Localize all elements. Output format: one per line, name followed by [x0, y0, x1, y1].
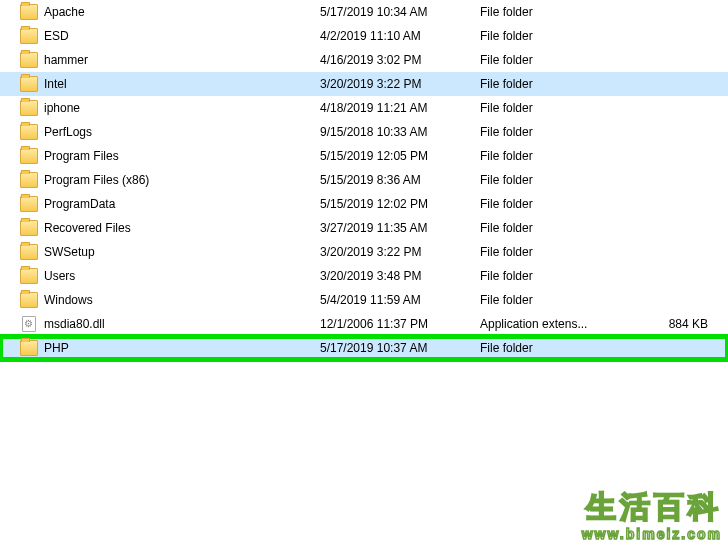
file-row[interactable]: Users3/20/2019 3:48 PMFile folder [0, 264, 728, 288]
folder-icon [20, 196, 38, 212]
cell-type: File folder [480, 293, 650, 307]
cell-name: iphone [0, 100, 320, 116]
cell-name: Users [0, 268, 320, 284]
dll-file-icon [22, 316, 36, 332]
file-name-label: Program Files [44, 149, 119, 163]
folder-icon [20, 100, 38, 116]
folder-icon [20, 52, 38, 68]
cell-date: 5/4/2019 11:59 AM [320, 293, 480, 307]
cell-date: 5/15/2019 12:05 PM [320, 149, 480, 163]
file-row[interactable]: SWSetup3/20/2019 3:22 PMFile folder [0, 240, 728, 264]
cell-date: 5/15/2019 12:02 PM [320, 197, 480, 211]
cell-date: 4/18/2019 11:21 AM [320, 101, 480, 115]
folder-icon [20, 28, 38, 44]
file-name-label: hammer [44, 53, 88, 67]
cell-date: 3/20/2019 3:22 PM [320, 77, 480, 91]
file-row[interactable]: Apache5/17/2019 10:34 AMFile folder [0, 0, 728, 24]
cell-type: File folder [480, 245, 650, 259]
file-row[interactable]: Recovered Files3/27/2019 11:35 AMFile fo… [0, 216, 728, 240]
file-row[interactable]: Intel3/20/2019 3:22 PMFile folder [0, 72, 728, 96]
file-name-label: PerfLogs [44, 125, 92, 139]
file-name-label: ProgramData [44, 197, 115, 211]
file-name-label: Apache [44, 5, 85, 19]
cell-type: File folder [480, 173, 650, 187]
cell-type: File folder [480, 53, 650, 67]
file-name-label: iphone [44, 101, 80, 115]
cell-date: 12/1/2006 11:37 PM [320, 317, 480, 331]
cell-name: Program Files [0, 148, 320, 164]
cell-type: File folder [480, 125, 650, 139]
cell-name: hammer [0, 52, 320, 68]
cell-date: 5/15/2019 8:36 AM [320, 173, 480, 187]
cell-type: File folder [480, 29, 650, 43]
file-name-label: msdia80.dll [44, 317, 105, 331]
file-row[interactable]: ProgramData5/15/2019 12:02 PMFile folder [0, 192, 728, 216]
folder-icon [20, 244, 38, 260]
folder-icon [20, 268, 38, 284]
file-row[interactable]: Program Files (x86)5/15/2019 8:36 AMFile… [0, 168, 728, 192]
cell-date: 3/20/2019 3:22 PM [320, 245, 480, 259]
cell-date: 3/27/2019 11:35 AM [320, 221, 480, 235]
file-name-label: ESD [44, 29, 69, 43]
file-row[interactable]: msdia80.dll12/1/2006 11:37 PMApplication… [0, 312, 728, 336]
cell-date: 5/17/2019 10:34 AM [320, 5, 480, 19]
cell-name: SWSetup [0, 244, 320, 260]
file-name-label: PHP [44, 341, 69, 355]
folder-icon [20, 340, 38, 356]
cell-type: Application extens... [480, 317, 650, 331]
file-name-label: Recovered Files [44, 221, 131, 235]
folder-icon [20, 220, 38, 236]
cell-type: File folder [480, 269, 650, 283]
cell-name: PerfLogs [0, 124, 320, 140]
file-row[interactable]: ESD4/2/2019 11:10 AMFile folder [0, 24, 728, 48]
cell-date: 4/2/2019 11:10 AM [320, 29, 480, 43]
folder-icon [20, 292, 38, 308]
file-name-label: Intel [44, 77, 67, 91]
file-name-label: SWSetup [44, 245, 95, 259]
cell-type: File folder [480, 77, 650, 91]
cell-date: 9/15/2018 10:33 AM [320, 125, 480, 139]
file-row[interactable]: iphone4/18/2019 11:21 AMFile folder [0, 96, 728, 120]
cell-size: 884 KB [650, 317, 708, 331]
cell-name: Recovered Files [0, 220, 320, 236]
cell-name: PHP [0, 340, 320, 356]
folder-icon [20, 76, 38, 92]
file-name-label: Windows [44, 293, 93, 307]
watermark: 生活百科 www.bimeiz.com [582, 487, 722, 542]
cell-type: File folder [480, 5, 650, 19]
folder-icon [20, 172, 38, 188]
folder-icon [20, 148, 38, 164]
file-row[interactable]: Windows5/4/2019 11:59 AMFile folder [0, 288, 728, 312]
file-row[interactable]: hammer4/16/2019 3:02 PMFile folder [0, 48, 728, 72]
cell-date: 5/17/2019 10:37 AM [320, 341, 480, 355]
folder-icon [20, 4, 38, 20]
file-row[interactable]: PerfLogs9/15/2018 10:33 AMFile folder [0, 120, 728, 144]
file-list: Apache5/17/2019 10:34 AMFile folderESD4/… [0, 0, 728, 360]
cell-type: File folder [480, 197, 650, 211]
file-row[interactable]: Program Files5/15/2019 12:05 PMFile fold… [0, 144, 728, 168]
cell-type: File folder [480, 149, 650, 163]
cell-name: Program Files (x86) [0, 172, 320, 188]
file-name-label: Users [44, 269, 75, 283]
cell-name: Intel [0, 76, 320, 92]
folder-icon [20, 124, 38, 140]
cell-date: 4/16/2019 3:02 PM [320, 53, 480, 67]
cell-type: File folder [480, 221, 650, 235]
cell-name: ProgramData [0, 196, 320, 212]
cell-date: 3/20/2019 3:48 PM [320, 269, 480, 283]
cell-type: File folder [480, 341, 650, 355]
cell-name: ESD [0, 28, 320, 44]
file-name-label: Program Files (x86) [44, 173, 149, 187]
cell-name: Apache [0, 4, 320, 20]
cell-type: File folder [480, 101, 650, 115]
file-row[interactable]: PHP5/17/2019 10:37 AMFile folder [0, 336, 728, 360]
watermark-title: 生活百科 [582, 487, 722, 528]
watermark-url: www.bimeiz.com [582, 526, 722, 542]
cell-name: msdia80.dll [0, 316, 320, 332]
cell-name: Windows [0, 292, 320, 308]
